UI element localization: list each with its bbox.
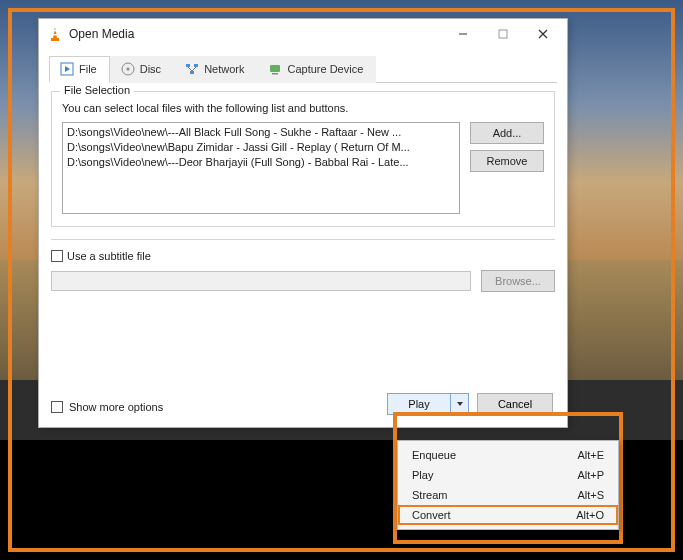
menu-item-label: Enqueue [412,449,577,461]
svg-rect-2 [53,34,58,35]
tab-capture[interactable]: Capture Device [257,56,376,83]
list-item[interactable]: D:\songs\Video\new\Bapu Zimidar - Jassi … [67,140,455,155]
cancel-button-label: Cancel [498,398,532,410]
svg-point-9 [126,68,129,71]
tab-capture-label: Capture Device [287,63,363,75]
menu-item-shortcut: Alt+S [577,489,604,501]
add-button[interactable]: Add... [470,122,544,144]
chevron-down-icon [456,400,464,408]
menu-item-enqueue[interactable]: Enqueue Alt+E [398,445,618,465]
subtitle-section: Use a subtitle file Browse... [51,239,555,292]
add-button-label: Add... [493,127,522,139]
capture-device-icon [268,62,282,76]
tab-disc[interactable]: Disc [110,56,174,83]
svg-rect-15 [270,65,280,72]
network-icon [185,62,199,76]
svg-line-14 [192,67,196,71]
tab-row: File Disc Network Capture Device [49,55,557,83]
tab-network[interactable]: Network [174,56,257,83]
menu-item-label: Convert [412,509,576,521]
svg-line-13 [188,67,192,71]
svg-rect-0 [51,38,59,41]
svg-rect-1 [53,30,57,31]
file-selection-legend: File Selection [60,84,134,96]
open-media-dialog: Open Media File Disc Network Capture Dev… [38,18,568,428]
file-play-icon [60,62,74,76]
tab-network-label: Network [204,63,244,75]
window-close-button[interactable] [523,20,563,48]
list-item[interactable]: D:\songs\Video\new\---Deor Bharjayii (Fu… [67,155,455,170]
subtitle-checkbox[interactable] [51,250,63,262]
menu-item-label: Play [412,469,577,481]
menu-item-label: Stream [412,489,577,501]
show-more-label: Show more options [69,401,163,413]
file-selection-hint: You can select local files with the foll… [62,102,544,114]
browse-button-label: Browse... [495,275,541,287]
play-button-label: Play [388,398,450,410]
subtitle-checkbox-label: Use a subtitle file [67,250,151,262]
titlebar: Open Media [39,19,567,49]
menu-item-shortcut: Alt+O [576,509,604,521]
play-dropdown-arrow[interactable] [450,394,468,414]
file-selection-group: File Selection You can select local file… [51,91,555,227]
tab-file-label: File [79,63,97,75]
disc-icon [121,62,135,76]
show-more-checkbox[interactable] [51,401,63,413]
remove-button-label: Remove [487,155,528,167]
remove-button[interactable]: Remove [470,150,544,172]
subtitle-path-input [51,271,471,291]
browse-button: Browse... [481,270,555,292]
window-title: Open Media [69,27,134,41]
svg-rect-12 [190,71,194,74]
list-item[interactable]: D:\songs\Video\new\---All Black Full Son… [67,125,455,140]
menu-item-shortcut: Alt+E [577,449,604,461]
menu-item-convert[interactable]: Convert Alt+O [398,505,618,525]
tab-disc-label: Disc [140,63,161,75]
menu-item-stream[interactable]: Stream Alt+S [398,485,618,505]
play-dropdown-menu: Enqueue Alt+E Play Alt+P Stream Alt+S Co… [397,440,619,530]
svg-rect-4 [499,30,507,38]
menu-item-play[interactable]: Play Alt+P [398,465,618,485]
svg-rect-16 [272,73,278,75]
tab-file[interactable]: File [49,56,110,83]
menu-item-shortcut: Alt+P [577,469,604,481]
file-list[interactable]: D:\songs\Video\new\---All Black Full Son… [62,122,460,214]
vlc-cone-icon [47,26,63,42]
window-minimize-button[interactable] [443,20,483,48]
svg-rect-11 [194,64,198,67]
svg-rect-10 [186,64,190,67]
window-maximize-button[interactable] [483,20,523,48]
